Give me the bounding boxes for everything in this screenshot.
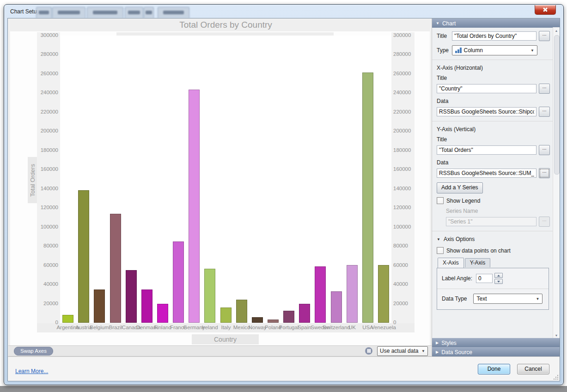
show-data-points-checkbox[interactable] (437, 247, 444, 254)
y-tick-right: 300000 (393, 32, 416, 38)
chart-bar-portugal (283, 311, 294, 323)
panel-scrollbar[interactable]: ▲ ▼ (553, 27, 560, 339)
chart-bar-poland (268, 320, 279, 323)
y-tick-right: 20000 (393, 301, 416, 306)
column-chart-icon (455, 48, 462, 53)
y-tick-left: 80000 (36, 243, 58, 248)
background-tab (125, 7, 143, 18)
series-name-label: Series Name (446, 208, 550, 214)
y-tick-right: 200000 (393, 128, 416, 133)
y-tick-right: 140000 (393, 186, 416, 191)
chart-bar-norway (252, 317, 263, 323)
y-tick-left: 60000 (36, 262, 58, 268)
dialog-footer: Learn More... Done Cancel (8, 356, 560, 381)
y-axis-data-input[interactable] (437, 169, 537, 178)
chart-title-ellipsis-button[interactable]: ... (539, 31, 550, 41)
chart-bar-france (173, 241, 184, 323)
chart-bar-argentina (62, 315, 73, 323)
chart-title-input[interactable] (452, 31, 537, 41)
dialog-client-area: Total Orders by Country Chart Legend Tot… (7, 18, 560, 381)
chevron-right-icon: ▶ (436, 341, 439, 345)
chevron-down-icon: ▼ (530, 48, 534, 53)
y-axis-title-input[interactable] (437, 145, 537, 155)
swap-axes-button[interactable]: Swap Axes (14, 347, 53, 356)
chart-bar-austria (78, 190, 89, 323)
y-axis-right-strip (391, 32, 415, 332)
pause-icon[interactable] (365, 347, 372, 355)
use-actual-data-dropdown[interactable]: Use actual data ▼ (377, 346, 428, 356)
y-tick-right: 120000 (393, 205, 416, 210)
background-tab (158, 7, 189, 18)
y-tick-left: 20000 (36, 301, 58, 306)
y-tick-right: 240000 (393, 90, 416, 95)
desktop-background (0, 386, 567, 392)
tab-x-axis[interactable]: X-Axis (438, 258, 464, 268)
y-axis-title: Total Orders (29, 164, 36, 197)
label-angle-spinner[interactable] (494, 273, 503, 284)
chart-bar-germany (189, 90, 200, 323)
spinner-down-icon[interactable] (494, 279, 503, 284)
data-type-label: Data Type (442, 296, 467, 302)
scroll-up-icon[interactable]: ▲ (553, 27, 560, 34)
tab-y-axis[interactable]: Y-Axis (465, 258, 491, 267)
y-axis-data-label: Data (437, 159, 550, 166)
background-tabs (4, 7, 212, 18)
y-axis-left-strip (37, 32, 60, 332)
chart-bar-sweden (315, 266, 326, 323)
chevron-down-icon: ▼ (421, 349, 425, 353)
learn-more-link[interactable]: Learn More... (15, 368, 48, 374)
spinner-up-icon[interactable] (494, 273, 503, 278)
groupbox-divider (437, 289, 549, 289)
x-tick-label: Norway (249, 325, 267, 330)
y-tick-right: 60000 (393, 262, 416, 268)
close-button[interactable] (535, 5, 556, 15)
data-source-section-title: Data Source (441, 349, 472, 356)
add-y-series-button[interactable]: Add a Y Series (437, 182, 483, 193)
chart-section-header[interactable]: ▼ Chart (432, 18, 560, 28)
section-divider (432, 121, 553, 121)
label-angle-input[interactable] (476, 274, 493, 283)
resize-grip[interactable] (555, 377, 556, 378)
show-data-points-label: Show data points on chart (446, 247, 511, 254)
chart-type-dropdown[interactable]: Column ▼ (452, 45, 537, 55)
x-axis-data-input[interactable] (437, 107, 537, 116)
chart-bar-belgium (94, 289, 105, 323)
title-label: Title (437, 33, 450, 39)
scrollbar-thumb[interactable] (554, 35, 560, 175)
close-icon (543, 7, 548, 12)
axis-tabs: X-Axis Y-Axis (437, 258, 550, 268)
x-axis-heading: X-Axis (Horizontal) (437, 65, 550, 71)
background-tab (144, 7, 154, 18)
data-type-dropdown[interactable]: Text ▼ (473, 294, 543, 304)
x-axis-data-label: Data (437, 98, 550, 104)
x-tick-label: Mexico (233, 325, 250, 330)
y-tick-left: 300000 (36, 32, 58, 38)
y-tick-left: 100000 (36, 224, 58, 229)
chart-setup-dialog: Chart Setup Total Orders by Country Char… (4, 4, 564, 385)
x-tick-label: Ireland (201, 325, 218, 330)
y-axis-data-ellipsis-button[interactable]: ... (539, 168, 550, 178)
y-axis-title-ellipsis-button[interactable]: ... (539, 145, 550, 155)
chart-bar-italy (220, 308, 232, 323)
chart-bar-brazil (110, 214, 121, 323)
chevron-down-icon: ▼ (536, 297, 540, 301)
y-tick-right: 220000 (393, 109, 416, 115)
done-button[interactable]: Done (478, 364, 510, 374)
screen: Chart Setup Total Orders by Country Char… (0, 0, 567, 392)
background-tab (52, 7, 85, 18)
y-tick-right: 0 (393, 320, 416, 325)
show-legend-checkbox[interactable] (437, 197, 444, 204)
styles-section-header[interactable]: ▶ Styles (432, 338, 560, 347)
x-axis-title-input[interactable] (437, 84, 537, 93)
x-axis-title-ellipsis-button[interactable]: ... (539, 84, 550, 94)
y-axis-title-box: Total Orders (28, 157, 37, 203)
data-source-section-header[interactable]: ▶ Data Source (432, 347, 560, 356)
chart-bar-finland (157, 304, 168, 323)
y-tick-right: 80000 (393, 243, 416, 248)
chart-bar-venezuela (378, 265, 389, 323)
cancel-button[interactable]: Cancel (517, 364, 549, 374)
x-axis-data-ellipsis-button[interactable]: ... (539, 107, 550, 117)
show-legend-label: Show Legend (446, 198, 480, 204)
axis-options-collapser[interactable]: ▼ Axis Options (437, 236, 550, 242)
styles-section-title: Styles (441, 340, 457, 346)
